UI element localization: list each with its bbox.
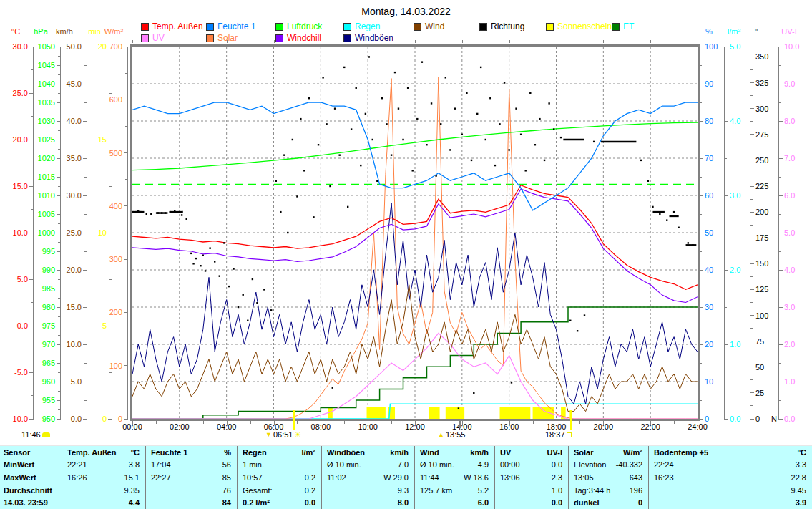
axis-tick-label: 5.0 <box>39 378 82 386</box>
direction-dot <box>252 278 253 280</box>
table-cell-value: W 29.0 <box>383 473 409 482</box>
direction-dot <box>421 61 423 62</box>
axis-tick-label: 3.0 <box>730 192 740 200</box>
direction-dot <box>247 320 248 321</box>
sun-icon: ☀ <box>294 430 301 439</box>
axis-tick <box>750 419 754 420</box>
x-top-tick <box>368 40 368 43</box>
table-cell-value: 15.1 <box>124 473 140 482</box>
x-tick <box>462 421 463 425</box>
axis-tick-label: 9.0 <box>784 80 795 88</box>
axis-minor-tick <box>84 214 87 215</box>
axis-tick <box>750 186 754 187</box>
axis-tick <box>124 419 127 420</box>
table-sensor-name: UV <box>500 448 511 457</box>
axis-tick <box>700 233 703 233</box>
table-header-row: Regenl/m² <box>238 446 321 459</box>
direction-dot <box>296 195 298 197</box>
direction-dot <box>466 92 467 94</box>
axis-tick <box>700 121 703 122</box>
direction-dot <box>412 170 414 171</box>
axis-minor-tick <box>58 168 60 168</box>
axis-tick-label: 0 <box>79 415 122 423</box>
axis-tick <box>750 160 754 160</box>
table-row: 0.2 l/m²0.0 <box>238 496 321 509</box>
direction-dot <box>376 180 378 182</box>
table-sensor-name: Feuchte 1 <box>151 448 187 457</box>
axis-tick-label: 45.0 <box>39 80 82 88</box>
table-cell-label: dunkel <box>574 498 599 507</box>
axis-tick-label: 6.0 <box>784 192 795 200</box>
direction-dot <box>426 144 427 145</box>
table-cell-value: 0.2 <box>305 473 315 482</box>
legend-item-uv: UV <box>141 34 165 42</box>
direction-dot <box>334 107 336 109</box>
axis-tick-label: 995 <box>12 248 55 256</box>
x-minor-tick <box>627 421 627 424</box>
direction-dot <box>360 165 361 166</box>
table-cell-value: 0 <box>638 498 642 507</box>
direction-dot <box>303 170 305 171</box>
table-row-label: MaxWert <box>0 471 62 484</box>
axis-tick <box>57 140 60 140</box>
axis-tick <box>779 233 783 233</box>
legend-label: Wind <box>425 22 444 31</box>
direction-dot <box>515 107 517 109</box>
axis-tick-label: 200 <box>755 208 768 216</box>
axis-tick <box>108 326 112 326</box>
table-cell-value: 0.0 <box>552 498 562 507</box>
table-cell-label: Tag:3:44 h <box>574 486 610 495</box>
axis-tick <box>57 363 60 364</box>
table-cell-label: 0.2 l/m² <box>243 498 270 507</box>
x-top-tick <box>509 40 510 43</box>
x-minor-tick <box>439 421 439 424</box>
axis-minor-tick <box>125 179 127 180</box>
axis-tick-label: 500 <box>79 150 122 157</box>
legend-item-solar: Solar <box>206 34 238 42</box>
axis-minor-tick <box>58 130 60 131</box>
table-cell-label: Elevation <box>574 460 606 469</box>
axis-tick-label: 200 <box>79 309 122 316</box>
axis-minor-tick <box>58 391 60 392</box>
axis-minor-tick <box>31 349 33 349</box>
axis-unit-label: km/h <box>49 28 80 36</box>
table-cell-value: 4.9 <box>478 460 489 469</box>
axis-tick-label: 5.0 <box>784 229 795 237</box>
axis-tick <box>108 140 112 140</box>
direction-dot <box>511 382 512 383</box>
direction-dot <box>666 219 667 220</box>
x-tick <box>132 421 133 425</box>
axis-tick <box>779 158 783 159</box>
table-cell-label: 16:26 <box>67 473 87 482</box>
table-row: 11:44W 18.6 <box>415 471 494 484</box>
axis-tick-label: 25.0 <box>0 89 28 97</box>
axis-minor-tick <box>125 392 127 392</box>
table-cell-label: 125.7 km <box>420 486 452 495</box>
table-sensor-unit: km/h <box>390 448 409 457</box>
table-cell-value: 9.3 <box>398 486 409 495</box>
axis-minor-tick <box>58 74 60 75</box>
axis-tick <box>779 195 783 196</box>
table-header-row: SolarW/m² <box>569 446 648 459</box>
table-cell-label: 13:06 <box>500 473 520 482</box>
axis-minor-tick <box>700 214 702 215</box>
axis-minor-tick <box>700 102 702 103</box>
arrow-up-icon: ▲ <box>438 430 444 439</box>
direction-dot <box>192 263 194 264</box>
direction-dot <box>283 154 285 155</box>
table-cell-label: 11:44 <box>420 473 439 482</box>
table-cell-value: 85 <box>222 473 231 482</box>
summary-table: SensorMinWertMaxWertDurchschnitt14.03. 2… <box>0 445 812 509</box>
sunshine-bar <box>429 407 440 419</box>
table-column-wind: Windkm/hØ 10 min.4.911:44W 18.6125.7 km5… <box>414 446 494 509</box>
x-minor-tick <box>391 421 392 424</box>
axis-minor-tick <box>58 316 60 317</box>
x-top-tick <box>698 40 698 43</box>
axis-tick-label: 15 <box>64 136 107 144</box>
axis-tick <box>57 177 60 178</box>
time-annotation-bottom-left: 11:46 <box>21 430 50 439</box>
axis-minor-tick <box>58 112 60 112</box>
table-sensor-unit: W/m² <box>623 448 642 457</box>
axis-tick-label: 20 <box>705 341 713 349</box>
midday-annotation: ▲ 13:55 <box>438 430 465 439</box>
